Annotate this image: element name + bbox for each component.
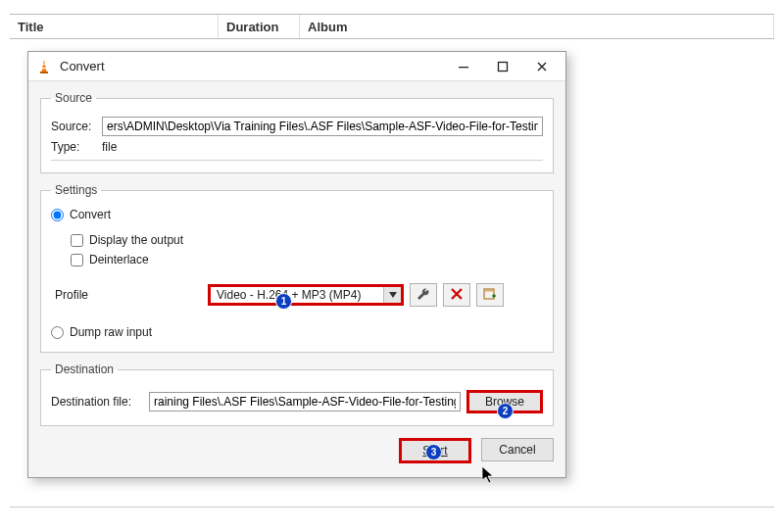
source-divider — [51, 160, 543, 161]
svg-rect-2 — [40, 72, 48, 73]
new-profile-icon — [483, 287, 497, 304]
convert-dialog: Convert Source Source: Type: file S — [27, 51, 566, 478]
col-duration[interactable]: Duration — [219, 15, 300, 38]
x-icon — [450, 287, 464, 304]
deinterlace-input[interactable] — [71, 254, 83, 266]
annotation-badge-3: 3 — [425, 444, 442, 460]
svg-rect-4 — [499, 62, 508, 71]
minimize-button[interactable] — [444, 53, 483, 80]
display-output-input[interactable] — [71, 234, 83, 247]
settings-group: Settings Convert Display the output Dein… — [40, 183, 554, 353]
close-button[interactable] — [522, 53, 562, 80]
svg-rect-3 — [459, 67, 468, 68]
destination-group: Destination Destination file: Browse — [40, 363, 554, 426]
dump-raw-input[interactable] — [51, 326, 64, 339]
annotation-badge-1: 1 — [275, 293, 292, 310]
profile-label: Profile — [51, 288, 208, 302]
cursor-icon — [481, 465, 497, 488]
display-output-label: Display the output — [89, 233, 183, 247]
source-legend: Source — [51, 91, 96, 105]
source-group: Source Source: Type: file — [40, 91, 554, 173]
vlc-cone-icon — [36, 59, 52, 74]
dialog-buttons: Start Cancel — [40, 432, 554, 465]
type-value: file — [102, 140, 117, 154]
dialog-title: Convert — [60, 59, 444, 73]
cancel-button[interactable]: Cancel — [481, 438, 554, 461]
deinterlace-checkbox[interactable]: Deinterlace — [71, 253, 149, 266]
deinterlace-label: Deinterlace — [89, 253, 149, 266]
delete-profile-button[interactable] — [443, 283, 470, 307]
wrench-icon — [416, 287, 430, 304]
maximize-button[interactable] — [483, 53, 522, 80]
settings-legend: Settings — [51, 183, 101, 197]
svg-rect-6 — [485, 290, 493, 292]
convert-radio-label: Convert — [70, 208, 111, 221]
type-label: Type: — [51, 140, 102, 154]
svg-rect-1 — [41, 68, 47, 69]
table-bottom-border — [10, 507, 774, 508]
col-album[interactable]: Album — [300, 15, 774, 38]
profile-dropdown[interactable]: Video - H.264 + MP3 (MP4) — [208, 284, 404, 306]
convert-radio-input[interactable] — [51, 209, 64, 221]
profile-value: Video - H.264 + MP3 (MP4) — [211, 288, 383, 302]
annotation-badge-2: 2 — [497, 403, 514, 419]
convert-radio[interactable]: Convert — [51, 208, 111, 221]
source-input[interactable] — [102, 117, 543, 136]
dump-raw-radio[interactable]: Dump raw input — [51, 325, 152, 339]
edit-profile-button[interactable] — [410, 283, 437, 307]
svg-rect-0 — [42, 64, 46, 65]
display-output-checkbox[interactable]: Display the output — [71, 233, 183, 247]
source-label: Source: — [51, 120, 102, 133]
dump-raw-label: Dump raw input — [70, 325, 152, 339]
chevron-down-icon[interactable] — [383, 287, 401, 303]
new-profile-button[interactable] — [476, 283, 504, 307]
dest-input[interactable] — [149, 392, 461, 411]
col-title[interactable]: Title — [10, 15, 219, 38]
dest-label: Destination file: — [51, 395, 149, 409]
titlebar[interactable]: Convert — [28, 52, 565, 81]
destination-legend: Destination — [51, 363, 118, 376]
playlist-header: Title Duration Album — [10, 14, 774, 39]
